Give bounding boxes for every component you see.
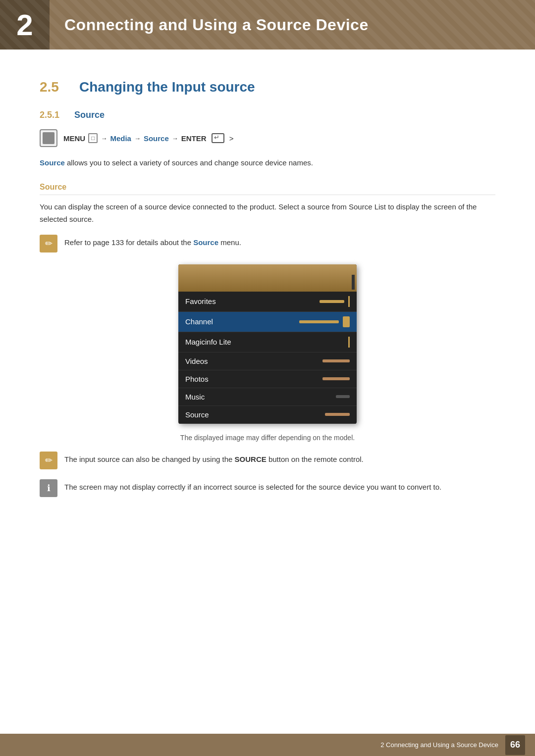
menu-divider-magicinfo bbox=[348, 337, 350, 348]
menu-item-channel: Channel bbox=[178, 312, 357, 332]
section-title: Changing the Input source bbox=[79, 79, 255, 95]
source-description: Source allows you to select a variety of… bbox=[40, 157, 495, 169]
menu-label: MENU bbox=[63, 134, 85, 143]
note1-text: Refer to page 133 for details about the … bbox=[64, 235, 241, 249]
image-caption: The displayed image may differ depending… bbox=[40, 434, 495, 442]
bracket-icon: □ bbox=[88, 133, 98, 143]
remote-icon-inner bbox=[43, 132, 54, 144]
subsection-heading: 2.5.1 Source bbox=[40, 110, 495, 120]
menu-item-label-magicinfo: Magicinfo Lite bbox=[185, 338, 344, 346]
footer-text: 2 Connecting and Using a Source Device bbox=[380, 741, 498, 749]
menu-bar-music bbox=[336, 395, 350, 398]
note1-highlight: Source bbox=[193, 238, 218, 247]
subsection-title: Source bbox=[74, 110, 105, 120]
menu-item-label-videos: Videos bbox=[185, 357, 322, 365]
note-info-icon bbox=[40, 479, 57, 497]
note2-text: The input source can also be changed by … bbox=[64, 452, 364, 465]
menu-item-favorites: Favorites bbox=[178, 292, 357, 312]
menu-panel-top bbox=[178, 264, 357, 292]
note-pencil-icon bbox=[40, 235, 57, 252]
chapter-header: 2 Connecting and Using a Source Device bbox=[0, 0, 535, 50]
menu-item-photos: Photos bbox=[178, 370, 357, 388]
note2-suffix: button on the remote control. bbox=[267, 455, 364, 463]
arrow2: → bbox=[134, 135, 141, 142]
menu-item-music: Music bbox=[178, 388, 357, 406]
menu-item2: Source bbox=[144, 134, 169, 143]
menu-item-label-photos: Photos bbox=[185, 375, 322, 383]
menu-panel: Favorites Channel Magicinfo Lite Videos … bbox=[178, 264, 357, 424]
chapter-number-box: 2 bbox=[0, 0, 50, 50]
menu-item1: Media bbox=[110, 134, 131, 143]
menu-arrow-channel bbox=[343, 316, 350, 327]
section-heading: 2.5 Changing the Input source bbox=[40, 79, 495, 95]
note3-text: The screen may not display correctly if … bbox=[64, 479, 441, 493]
source-desc-text: allows you to select a variety of source… bbox=[67, 158, 313, 167]
menu-item-label-favorites: Favorites bbox=[185, 297, 320, 305]
footer-page-number: 66 bbox=[505, 735, 525, 755]
enter-label: ENTER bbox=[181, 134, 207, 143]
source-highlight: Source bbox=[40, 158, 65, 167]
menu-path: MENU □ → Media → Source → ENTER > bbox=[40, 129, 495, 147]
note1-prefix: Refer to page 133 for details about the bbox=[64, 238, 193, 247]
menu-item-label-channel: Channel bbox=[185, 317, 299, 326]
source-sub-label: Source bbox=[40, 183, 495, 195]
note1-suffix: menu. bbox=[218, 238, 241, 247]
chapter-number: 2 bbox=[16, 8, 33, 42]
menu-item-videos: Videos bbox=[178, 353, 357, 370]
menu-item-source: Source bbox=[178, 406, 357, 424]
note-box-1: Refer to page 133 for details about the … bbox=[40, 235, 495, 252]
note-pencil-icon-2 bbox=[40, 452, 57, 469]
menu-bar-favorites bbox=[320, 300, 344, 303]
source-body-text: You can display the screen of a source d… bbox=[40, 201, 495, 226]
note2-prefix: The input source can also be changed by … bbox=[64, 455, 235, 463]
menu-end: > bbox=[229, 134, 234, 143]
enter-icon bbox=[212, 133, 224, 143]
main-content: 2.5 Changing the Input source 2.5.1 Sour… bbox=[0, 50, 535, 743]
menu-bar-channel bbox=[299, 320, 339, 323]
note2-highlight: SOURCE bbox=[235, 455, 267, 463]
menu-divider-favorites bbox=[348, 296, 350, 307]
subsection-number: 2.5.1 bbox=[40, 110, 67, 120]
page-footer: 2 Connecting and Using a Source Device 6… bbox=[0, 734, 535, 756]
arrow3: → bbox=[172, 135, 178, 142]
menu-bar-videos bbox=[322, 359, 350, 362]
menu-item-magicinfo: Magicinfo Lite bbox=[178, 332, 357, 353]
note-box-2: The input source can also be changed by … bbox=[40, 452, 495, 469]
menu-screenshot: Favorites Channel Magicinfo Lite Videos … bbox=[40, 264, 495, 424]
remote-icon bbox=[40, 129, 57, 147]
arrow1: → bbox=[101, 135, 107, 142]
menu-item-label-source: Source bbox=[185, 410, 325, 419]
menu-item-label-music: Music bbox=[185, 393, 336, 401]
section-number: 2.5 bbox=[40, 79, 69, 95]
note-box-3: The screen may not display correctly if … bbox=[40, 479, 495, 497]
menu-panel-top-bar bbox=[352, 275, 355, 290]
menu-bar-source bbox=[325, 413, 350, 416]
chapter-title: Connecting and Using a Source Device bbox=[50, 16, 369, 34]
menu-bar-photos bbox=[322, 377, 350, 380]
